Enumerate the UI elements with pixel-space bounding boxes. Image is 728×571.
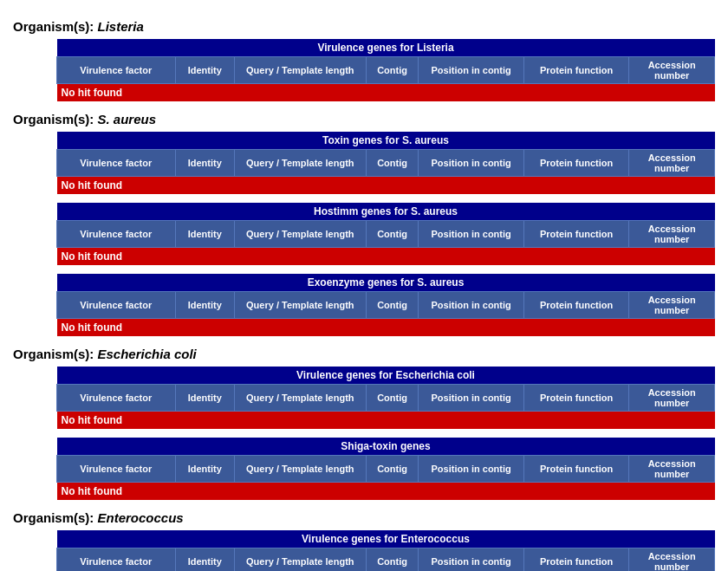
col-header-1-1-2: Query / Template length [234,221,366,248]
col-header-2-1-3: Contig [366,456,419,483]
gene-table-3-0: Virulence genes for EnterococcusVirulenc… [56,530,715,571]
col-header-0-0-3: Contig [366,57,419,84]
col-header-2-1-4: Position in contig [419,456,523,483]
col-header-3-0-0: Virulence factor [57,548,176,572]
col-header-3-0-6: Accession number [629,548,715,572]
gene-table-1-1: Hostimm genes for S. aureusVirulence fac… [56,203,715,265]
col-header-2-1-2: Query / Template length [234,456,366,483]
col-header-2-1-5: Protein function [523,456,628,483]
col-header-1-1-1: Identity [175,221,234,248]
col-header-1-1-6: Accession number [629,221,715,248]
col-header-1-1-0: Virulence factor [57,221,176,248]
col-header-1-0-4: Position in contig [419,150,523,177]
col-header-1-0-3: Contig [366,150,419,177]
col-header-1-0-1: Identity [175,150,234,177]
col-header-3-0-3: Contig [366,548,419,572]
col-header-2-0-3: Contig [366,385,419,412]
col-header-3-0-4: Position in contig [419,548,523,572]
col-header-1-2-0: Virulence factor [57,292,176,319]
col-header-1-0-6: Accession number [629,150,715,177]
col-header-1-2-3: Contig [366,292,419,319]
col-header-0-0-1: Identity [175,57,234,84]
table-section-1-0: Toxin genes for S. aureusVirulence facto… [56,132,715,194]
col-header-2-0-6: Accession number [629,385,715,412]
col-header-1-0-0: Virulence factor [57,150,176,177]
gene-table-2-1: Shiga-toxin genesVirulence factorIdentit… [56,438,715,500]
table-section-2-1: Shiga-toxin genesVirulence factorIdentit… [56,438,715,500]
col-header-2-0-0: Virulence factor [57,385,176,412]
col-header-2-0-2: Query / Template length [234,385,366,412]
col-header-1-1-5: Protein function [523,221,628,248]
table-section-2-0: Virulence genes for Escherichia coliViru… [56,367,715,429]
table-title-0-0: Virulence genes for Listeria [57,39,715,57]
gene-table-0-0: Virulence genes for ListeriaVirulence fa… [56,39,715,101]
col-header-2-1-0: Virulence factor [57,456,176,483]
col-header-2-0-1: Identity [175,385,234,412]
gene-table-1-0: Toxin genes for S. aureusVirulence facto… [56,132,715,194]
table-title-1-2: Exoenzyme genes for S. aureus [57,274,715,292]
col-header-3-0-5: Protein function [523,548,628,572]
col-header-2-0-5: Protein function [523,385,628,412]
table-title-1-1: Hostimm genes for S. aureus [57,203,715,221]
col-header-1-2-1: Identity [175,292,234,319]
table-title-1-0: Toxin genes for S. aureus [57,132,715,150]
col-header-2-1-6: Accession number [629,456,715,483]
col-header-2-0-4: Position in contig [419,385,523,412]
no-hit-2-0: No hit found [57,412,715,430]
col-header-1-2-5: Protein function [523,292,628,319]
col-header-1-0-5: Protein function [523,150,628,177]
col-header-1-1-3: Contig [366,221,419,248]
no-hit-1-0: No hit found [57,177,715,195]
gene-table-2-0: Virulence genes for Escherichia coliViru… [56,367,715,429]
organism-label-1: Organism(s): S. aureus [13,112,715,127]
col-header-1-0-2: Query / Template length [234,150,366,177]
col-header-1-2-6: Accession number [629,292,715,319]
col-header-0-0-0: Virulence factor [57,57,176,84]
no-hit-2-1: No hit found [57,483,715,501]
organism-label-2: Organism(s): Escherichia coli [13,347,715,361]
no-hit-1-2: No hit found [57,319,715,337]
col-header-0-0-4: Position in contig [419,57,523,84]
col-header-0-0-5: Protein function [523,57,628,84]
table-section-0-0: Virulence genes for ListeriaVirulence fa… [56,39,715,101]
organism-label-0: Organism(s): Listeria [13,19,715,34]
col-header-0-0-2: Query / Template length [234,57,366,84]
col-header-1-1-4: Position in contig [419,221,523,248]
no-hit-0-0: No hit found [57,84,715,102]
table-title-2-1: Shiga-toxin genes [57,438,715,456]
table-title-2-0: Virulence genes for Escherichia coli [57,367,715,385]
gene-table-1-2: Exoenzyme genes for S. aureusVirulence f… [56,274,715,336]
organism-label-3: Organism(s): Enterococcus [13,510,715,525]
col-header-2-1-1: Identity [175,456,234,483]
col-header-1-2-4: Position in contig [419,292,523,319]
table-section-1-1: Hostimm genes for S. aureusVirulence fac… [56,203,715,265]
table-title-3-0: Virulence genes for Enterococcus [57,530,715,548]
col-header-1-2-2: Query / Template length [234,292,366,319]
col-header-0-0-6: Accession number [629,57,715,84]
col-header-3-0-2: Query / Template length [234,548,366,572]
table-section-1-2: Exoenzyme genes for S. aureusVirulence f… [56,274,715,336]
table-section-3-0: Virulence genes for EnterococcusVirulenc… [56,530,715,571]
col-header-3-0-1: Identity [175,548,234,572]
no-hit-1-1: No hit found [57,248,715,266]
